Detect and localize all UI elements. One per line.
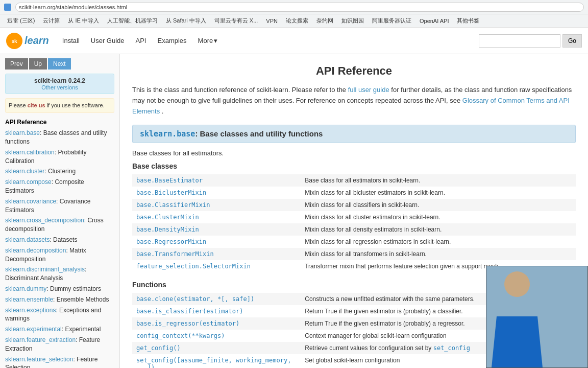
sidebar-current-item: API Reference bbox=[5, 118, 114, 127]
nav-user-guide[interactable]: User Guide bbox=[86, 34, 130, 48]
api-link[interactable]: base.BaseEstimator bbox=[136, 177, 203, 184]
cite-text-before: Please bbox=[9, 102, 26, 108]
api-desc: Mixin class for all density estimators i… bbox=[301, 223, 576, 236]
api-link[interactable]: base.BiclusterMixin bbox=[136, 189, 206, 196]
table-row: base.DensityMixinMixin class for all den… bbox=[132, 223, 576, 236]
logo-text: learn bbox=[24, 35, 49, 47]
bookmark-9[interactable]: 奈约网 bbox=[313, 16, 336, 26]
bookmark-5[interactable]: 从 Safari 中导入 bbox=[163, 16, 209, 26]
sidebar-item-9: sklearn.dummy: Dummy estimators bbox=[5, 285, 114, 293]
sidebar-link-13[interactable]: sklearn.feature_extraction bbox=[5, 336, 76, 343]
sidebar-item-7: sklearn.decomposition: Matrix Decomposit… bbox=[5, 246, 114, 264]
full-user-guide-link[interactable]: full user guide bbox=[348, 86, 389, 94]
more-dropdown-icon: ▾ bbox=[214, 37, 217, 44]
video-overlay bbox=[486, 266, 588, 368]
prev-button[interactable]: Prev bbox=[5, 58, 28, 70]
nav-examples[interactable]: Examples bbox=[153, 34, 192, 48]
up-button[interactable]: Up bbox=[29, 58, 47, 70]
api-desc: Mixin class for all bicluster estimators… bbox=[301, 187, 576, 199]
bookmark-2[interactable]: 云计算 bbox=[40, 16, 63, 26]
bookmark-3[interactable]: 从 IE 中导入 bbox=[65, 16, 102, 26]
url-bar[interactable]: scikit-learn.org/stable/modules/classes.… bbox=[15, 3, 584, 12]
api-link[interactable]: base.clone(estimator, *[, safe]) bbox=[136, 295, 254, 303]
bookmark-6[interactable]: 司里云专有云 X... bbox=[211, 16, 261, 26]
sidebar-link-5[interactable]: sklearn.cross_decomposition bbox=[5, 217, 84, 224]
sidebar-item-13: sklearn.feature_extraction: Feature Extr… bbox=[5, 336, 114, 353]
sidebar-item-11: sklearn.exceptions: Exceptions and warni… bbox=[5, 306, 114, 324]
section1-header: sklearn.base: Base classes and utility f… bbox=[132, 125, 576, 143]
svg-text:sk: sk bbox=[11, 38, 17, 44]
set-config-link[interactable]: set_config bbox=[433, 344, 470, 352]
sidebar-link-10[interactable]: sklearn.ensemble bbox=[5, 296, 53, 303]
section1-code[interactable]: sklearn.base bbox=[140, 129, 195, 139]
table-row: base.BaseEstimatorBase class for all est… bbox=[132, 174, 576, 187]
sidebar-link-11[interactable]: sklearn.exceptions bbox=[5, 307, 56, 314]
sidebar-item-8: sklearn.discriminant_analysis: Discrimin… bbox=[5, 265, 114, 283]
sidebar-link-0[interactable]: sklearn.base bbox=[5, 129, 40, 136]
table-row: base.BiclusterMixinMixin class for all b… bbox=[132, 187, 576, 199]
person-shirt bbox=[492, 316, 543, 367]
base-classes-table: base.BaseEstimatorBase class for all est… bbox=[132, 174, 576, 272]
table-row: base.ClassifierMixinMixin class for all … bbox=[132, 199, 576, 211]
sidebar-link-6[interactable]: sklearn.datasets bbox=[5, 236, 50, 243]
api-link[interactable]: base.RegressorMixin bbox=[136, 238, 206, 245]
bookmark-12[interactable]: OpenAI API bbox=[416, 17, 452, 25]
cite-box: Please cite us if you use the software. bbox=[5, 98, 114, 113]
top-nav: sk learn Install User Guide API Examples… bbox=[0, 28, 588, 54]
search-area: Go bbox=[479, 34, 582, 48]
bookmark-11[interactable]: 阿里服务器认证 bbox=[369, 16, 414, 26]
api-link[interactable]: base.TransformerMixin bbox=[136, 250, 214, 258]
sidebar-link-3[interactable]: sklearn.compose bbox=[5, 178, 52, 186]
subsection-base-classes: Base classes bbox=[132, 162, 576, 170]
video-placeholder bbox=[486, 266, 587, 367]
go-button[interactable]: Go bbox=[562, 34, 582, 48]
section1-description: Base classes for all estimators. bbox=[132, 149, 576, 157]
logo-icon: sk bbox=[6, 33, 22, 49]
cite-text-after: if you use the software. bbox=[47, 102, 105, 108]
sidebar-link-14[interactable]: sklearn.feature_selection bbox=[5, 356, 73, 363]
sidebar-link-12[interactable]: sklearn.experimental bbox=[5, 326, 62, 333]
sidebar-item-0: sklearn.base: Base classes and utility f… bbox=[5, 129, 114, 146]
sidebar-item-3: sklearn.compose: Composite Estimators bbox=[5, 178, 114, 195]
api-desc: Base class for all estimators in scikit-… bbox=[301, 174, 576, 187]
api-link[interactable]: config_context(**kwargs) bbox=[136, 332, 225, 339]
other-versions-link[interactable]: Other versions bbox=[9, 84, 111, 90]
nav-api[interactable]: API bbox=[131, 34, 152, 48]
sidebar-item-6: sklearn.datasets: Datasets bbox=[5, 236, 114, 244]
sidebar-item-5: sklearn.cross_decomposition: Cross decom… bbox=[5, 216, 114, 234]
sidebar-link-7[interactable]: sklearn.decomposition bbox=[5, 247, 66, 254]
bookmark-7[interactable]: VPN bbox=[263, 17, 281, 25]
sidebar-link-9[interactable]: sklearn.dummy bbox=[5, 285, 46, 292]
api-link[interactable]: base.ClassifierMixin bbox=[136, 201, 210, 209]
sidebar-link-4[interactable]: sklearn.covariance bbox=[5, 198, 56, 205]
next-button[interactable]: Next bbox=[48, 58, 71, 70]
bookmark-13[interactable]: 其他书签 bbox=[454, 16, 482, 26]
sidebar-item-1: sklearn.calibration: Probability Calibra… bbox=[5, 148, 114, 166]
bookmarks-bar: 迅雷 (三区) 云计算 从 IE 中导入 人工智能、机器学习 从 Safari … bbox=[0, 14, 588, 28]
sidebar-link-1[interactable]: sklearn.calibration bbox=[5, 149, 55, 156]
api-link[interactable]: base.DensityMixin bbox=[136, 226, 199, 233]
sidebar-item-14: sklearn.feature_selection: Feature Selec… bbox=[5, 355, 114, 368]
api-link[interactable]: base.is_classifier(estimator) bbox=[136, 308, 243, 315]
sidebar-item-4: sklearn.covariance: Covariance Estimator… bbox=[5, 197, 114, 215]
sidebar-nav: API Reference sklearn.base: Base classes… bbox=[5, 118, 114, 368]
nav-more[interactable]: More ▾ bbox=[193, 34, 223, 48]
api-link[interactable]: base.ClusterMixin bbox=[136, 214, 199, 221]
search-input[interactable] bbox=[479, 34, 560, 48]
bookmark-1[interactable]: 迅雷 (三区) bbox=[4, 16, 38, 26]
api-link[interactable]: base.is_regressor(estimator) bbox=[136, 320, 239, 327]
cite-link[interactable]: cite us bbox=[28, 102, 45, 108]
sidebar-link-8[interactable]: sklearn.discriminant_analysis bbox=[5, 266, 85, 273]
video-person bbox=[486, 266, 587, 367]
version-box: scikit-learn 0.24.2 Other versions bbox=[5, 74, 114, 94]
api-link[interactable]: set_config([assume_finite, working_memor… bbox=[136, 357, 291, 368]
bookmark-8[interactable]: 论文搜索 bbox=[283, 16, 311, 26]
api-link[interactable]: feature_selection.SelectorMixin bbox=[136, 263, 251, 270]
api-link[interactable]: get_config() bbox=[136, 344, 181, 352]
bookmark-10[interactable]: 如识图园 bbox=[338, 16, 367, 26]
sidebar-link-2[interactable]: sklearn.cluster bbox=[5, 168, 44, 175]
sidebar-item-2: sklearn.cluster: Clustering bbox=[5, 167, 114, 176]
bookmark-4[interactable]: 人工智能、机器学习 bbox=[104, 16, 161, 26]
table-row: base.TransformerMixinMixin class for all… bbox=[132, 248, 576, 260]
nav-install[interactable]: Install bbox=[57, 34, 85, 48]
